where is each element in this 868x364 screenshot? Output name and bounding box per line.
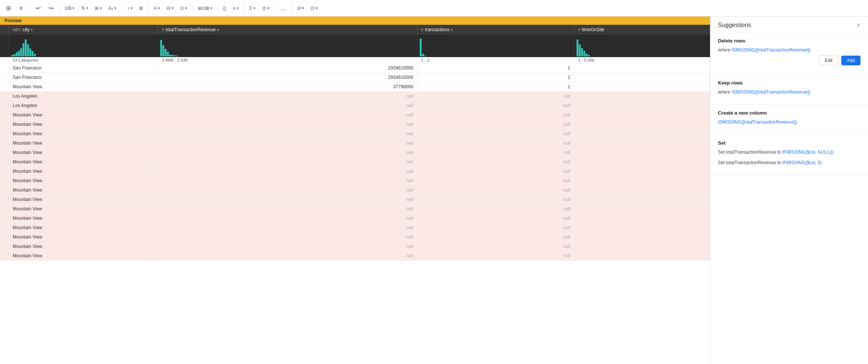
- sort-btn[interactable]: ⇅▾: [79, 5, 90, 12]
- view-btn[interactable]: ⊟▾: [295, 5, 306, 12]
- transactions-cell: null: [417, 129, 574, 139]
- revenue-cell: null: [158, 242, 417, 251]
- extract-btn[interactable]: ⊟▾: [164, 5, 176, 12]
- timeonsite-cell: [574, 120, 710, 129]
- revenue-name: totalTransactionRevenue: [165, 27, 215, 32]
- timeonsite-cell: [574, 157, 710, 167]
- keep-rows-link[interactable]: ISMISSING([totalTransactionRevenue]): [731, 89, 810, 95]
- separator-8: [275, 5, 275, 12]
- delete-rows-title: Delete rows: [718, 38, 860, 44]
- new-column-section: Create a new column ISMISSING([totalTran…: [710, 105, 868, 135]
- filter-btn[interactable]: ⊞▾: [93, 5, 104, 12]
- row-indicator: ·: [0, 242, 9, 251]
- city-header[interactable]: ABC city ▾: [9, 25, 158, 35]
- table-row: ·Mountain Viewnullnull: [0, 110, 710, 120]
- timeonsite-header[interactable]: # timeOnSite: [574, 25, 710, 35]
- timeonsite-cell: [574, 110, 710, 120]
- transactions-cell: null: [417, 186, 574, 195]
- transactions-cell: null: [417, 157, 574, 167]
- more-icon[interactable]: ...: [278, 3, 288, 14]
- revenue-cell: null: [158, 176, 417, 186]
- braces-btn[interactable]: {}: [221, 5, 228, 12]
- formula-btn[interactable]: A₂▾: [106, 5, 118, 12]
- set-link-2[interactable]: IFMISSING($col, 0): [782, 160, 822, 165]
- text-btn[interactable]: A▾: [152, 5, 162, 12]
- row-indicator: ·: [0, 148, 9, 157]
- transactions-sort-icon[interactable]: ▾: [451, 28, 453, 32]
- city-cell: Mountain View: [9, 233, 158, 242]
- row-indicator: ·: [0, 101, 9, 110]
- city-cell: Mountain View: [9, 110, 158, 120]
- timeonsite-cell: [574, 148, 710, 157]
- city-cell: Mountain View: [9, 251, 158, 261]
- city-sort-icon[interactable]: ▾: [31, 28, 33, 32]
- sum-btn[interactable]: Σ▾: [247, 5, 257, 12]
- close-button[interactable]: ×: [856, 22, 860, 29]
- reshape-btn[interactable]: ⊞⊡⊠▾: [196, 5, 214, 12]
- pivot-btn[interactable]: ⚖▾: [260, 5, 272, 12]
- table-container[interactable]: ABC city ▾ # totalTransactionRevenue ▾: [0, 25, 710, 364]
- set-link-1[interactable]: IFMISSING($col, NULL()): [782, 150, 834, 155]
- format-btn[interactable]: ⊡▾: [178, 5, 189, 12]
- timeonsite-cell: [574, 82, 710, 92]
- timeonsite-cell: [574, 233, 710, 242]
- table-row: ·Mountain Viewnullnull: [0, 157, 710, 167]
- set-item-2: Set totalTransactionRevenue to IFMISSING…: [718, 159, 860, 166]
- row-indicator: ·: [0, 82, 9, 92]
- table-row: ·San Francisco29346100001: [0, 73, 710, 82]
- transactions-cell: null: [417, 92, 574, 101]
- table-row: ·Mountain Viewnullnull: [0, 120, 710, 129]
- revenue-header[interactable]: # totalTransactionRevenue ▾: [158, 25, 417, 35]
- table-row: ·Mountain Viewnullnull: [0, 129, 710, 139]
- edit-button[interactable]: Edit: [819, 56, 838, 65]
- set-section: Set Set totalTransactionRevenue to IFMIS…: [710, 135, 868, 175]
- new-column-link[interactable]: ISMISSING([totalTransactionRevenue]): [718, 119, 797, 125]
- revenue-cell: null: [158, 110, 417, 120]
- set-prefix-1: Set totalTransactionRevenue to: [718, 150, 782, 155]
- transactions-cell: null: [417, 214, 574, 223]
- transactions-cell: 1: [417, 73, 574, 82]
- menu-icon[interactable]: ≡: [16, 3, 26, 14]
- row-indicator: ·: [0, 157, 9, 167]
- select-btn[interactable]: ⊠: [137, 5, 145, 12]
- add-button[interactable]: Add: [841, 56, 860, 65]
- row-indicator: ·: [0, 251, 9, 261]
- keep-rows-prefix: where: [718, 89, 731, 95]
- main-layout: Preview ABC city ▾: [0, 17, 868, 364]
- suggestions-title: Suggestions: [718, 22, 751, 29]
- table-row: ·Mountain Viewnullnull: [0, 223, 710, 233]
- city-chart: [9, 35, 158, 57]
- transactions-chart: [417, 35, 574, 57]
- settings-btn[interactable]: ⊡▾: [308, 5, 320, 12]
- city-cell: Mountain View: [9, 223, 158, 233]
- transactions-cell: null: [417, 110, 574, 120]
- transactions-header[interactable]: # transactions ▾: [417, 25, 574, 35]
- move-btn[interactable]: ↕▾: [125, 5, 135, 12]
- city-cell: Mountain View: [9, 139, 158, 148]
- stats-row: 53 Categories 3.99M - 2.93B 1 - 2 1 - 5.…: [0, 57, 710, 63]
- city-cell: Los Angeles: [9, 92, 158, 101]
- timeonsite-cell: [574, 139, 710, 148]
- timeonsite-name: timeOnSite: [582, 27, 604, 32]
- separator-9: [291, 5, 292, 12]
- city-cell: Mountain View: [9, 214, 158, 223]
- transactions-cell: null: [417, 120, 574, 129]
- undo-icon[interactable]: ↩: [33, 3, 43, 14]
- row-indicator: ·: [0, 233, 9, 242]
- revenue-cell: null: [158, 139, 417, 148]
- timeonsite-type: #: [578, 27, 580, 32]
- row-indicator: ·: [0, 120, 9, 129]
- timeonsite-cell: [574, 176, 710, 186]
- grid-icon[interactable]: ⊞: [3, 3, 14, 14]
- col-type-btn[interactable]: ⊡B▾: [62, 5, 77, 12]
- transactions-cell: null: [417, 148, 574, 157]
- redo-icon[interactable]: ↪: [46, 3, 56, 14]
- transactions-name: transactions: [425, 27, 449, 32]
- city-stats: 53 Categories: [9, 57, 158, 63]
- city-cell: Mountain View: [9, 129, 158, 139]
- align-btn[interactable]: ≡▾: [231, 5, 241, 12]
- timeonsite-cell: [574, 73, 710, 82]
- delete-rows-link[interactable]: ISMISSING([totalTransactionRevenue]): [731, 47, 810, 53]
- revenue-sort-icon[interactable]: ▾: [217, 28, 219, 32]
- revenue-cell: null: [158, 223, 417, 233]
